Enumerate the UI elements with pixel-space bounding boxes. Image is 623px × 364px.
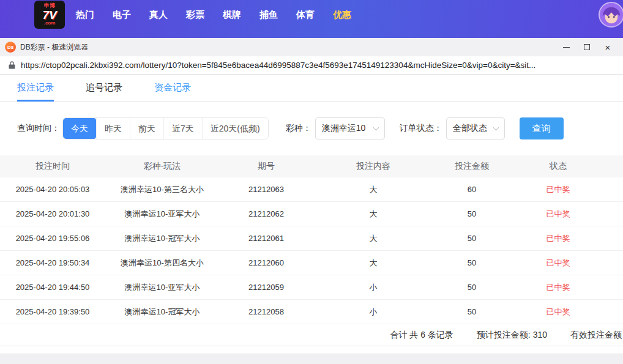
status-badge: 已中奖	[510, 226, 606, 250]
cell-bet-content: 小	[313, 275, 433, 299]
header-bet-amount: 投注金额	[433, 155, 510, 177]
header-lottery-play: 彩种-玩法	[105, 155, 219, 177]
cell-lottery-play: 澳洲幸运10-第三名大小	[105, 177, 219, 201]
nav-item-slots[interactable]: 电子	[113, 9, 131, 21]
time-option-yesterday[interactable]: 昨天	[96, 118, 130, 139]
time-option-today[interactable]: 今天	[63, 118, 96, 139]
address-bar[interactable]: https://ctop02pcali.2kbxi392.com/lottery…	[0, 56, 623, 75]
status-badge: 已中奖	[510, 275, 606, 299]
time-filter-group: 今天 昨天 前天 近7天 近20天(低频)	[62, 117, 269, 139]
header-bet-time: 投注时间	[0, 155, 105, 177]
chevron-down-icon	[493, 124, 499, 130]
nav-item-sports[interactable]: 体育	[296, 9, 315, 21]
promo-topbar: 申博 7V .com 热门 电子 真人 彩票 棋牌 捕鱼 体育 优惠	[0, 0, 623, 38]
table-row: 2025-04-20 19:55:06 澳洲幸运10-冠军大小 21212061…	[0, 226, 623, 251]
chevron-down-icon	[373, 124, 379, 130]
cell-issue: 21212061	[219, 226, 313, 250]
cell-lottery-play: 澳洲幸运10-亚军大小	[105, 202, 219, 226]
tab-bet-records[interactable]: 投注记录	[17, 75, 54, 102]
table-header-row: 投注时间 彩种-玩法 期号 投注内容 投注金额 状态	[0, 155, 623, 177]
table-row: 2025-04-20 19:50:34 澳洲幸运10-第四名大小 2121206…	[0, 251, 623, 275]
header-status: 状态	[510, 155, 606, 177]
nav-item-promo[interactable]: 优惠	[333, 9, 351, 21]
browser-window-title: DB彩票 - 极速浏览器	[20, 42, 556, 53]
time-option-7days[interactable]: 近7天	[163, 118, 202, 139]
nav-item-cards[interactable]: 棋牌	[223, 9, 241, 21]
close-icon: ×	[605, 43, 611, 52]
nav-item-fishing[interactable]: 捕鱼	[259, 9, 278, 21]
cell-bet-content: 大	[313, 177, 433, 201]
lock-icon	[9, 61, 15, 69]
table-row: 2025-04-20 19:44:50 澳洲幸运10-亚军大小 21212059…	[0, 275, 623, 300]
cell-lottery-play: 澳洲幸运10-冠军大小	[105, 226, 219, 250]
site-logo[interactable]: 申博 7V .com	[34, 1, 65, 29]
close-button[interactable]: ×	[597, 39, 618, 55]
tab-funds-records[interactable]: 资金记录	[154, 75, 191, 102]
minimize-button[interactable]	[556, 39, 576, 55]
records-table: 投注时间 彩种-玩法 期号 投注内容 投注金额 状态 2025-04-20 20…	[0, 155, 623, 324]
cell-bet-amount: 50	[433, 202, 510, 226]
summary-bar: 合计 共 6 条记录 预计投注金额: 310 有效投注金额	[0, 324, 623, 346]
cell-lottery-play: 澳洲幸运10-第四名大小	[105, 251, 219, 275]
summary-valid-amount: 有效投注金额	[570, 330, 622, 341]
cell-bet-content: 大	[313, 226, 433, 250]
cell-bet-amount: 50	[433, 275, 510, 299]
status-filter-label: 订单状态：	[400, 123, 442, 134]
status-badge: 已中奖	[510, 177, 606, 201]
cell-bet-time: 2025-04-20 19:39:50	[0, 300, 105, 324]
tab-chase-records[interactable]: 追号记录	[86, 75, 122, 102]
table-row: 2025-04-20 20:05:03 澳洲幸运10-第三名大小 2121206…	[0, 177, 623, 202]
cell-bet-content: 小	[313, 300, 433, 324]
cell-bet-content: 大	[313, 202, 433, 226]
time-option-20days[interactable]: 近20天(低频)	[202, 118, 268, 139]
table-row: 2025-04-20 19:39:50 澳洲幸运10-冠军大小 21212058…	[0, 300, 623, 324]
window-controls: ×	[556, 39, 618, 55]
cell-issue: 21212063	[219, 177, 313, 201]
cell-bet-time: 2025-04-20 20:01:30	[0, 202, 105, 226]
status-badge: 已中奖	[510, 300, 606, 324]
main-nav: 热门 电子 真人 彩票 棋牌 捕鱼 体育 优惠	[76, 9, 351, 21]
cell-bet-time: 2025-04-20 20:05:03	[0, 177, 105, 201]
header-bet-content: 投注内容	[313, 155, 433, 177]
order-status-value: 全部状态	[453, 123, 487, 134]
cell-bet-content: 大	[313, 251, 433, 275]
cell-issue: 21212059	[219, 275, 313, 299]
lottery-records-page: 投注记录 追号记录 资金记录 查询时间： 今天 昨天 前天 近7天 近20天(低…	[0, 75, 623, 364]
cell-lottery-play: 澳洲幸运10-亚军大小	[105, 275, 219, 299]
time-filter-label: 查询时间：	[17, 123, 60, 134]
bottom-strip	[0, 354, 623, 364]
lottery-select-value: 澳洲幸运10	[322, 123, 366, 134]
cell-issue: 21212058	[219, 300, 313, 324]
nav-item-hot[interactable]: 热门	[76, 9, 94, 21]
maximize-button[interactable]	[576, 39, 597, 55]
nav-item-lottery[interactable]: 彩票	[186, 9, 204, 21]
record-tabs: 投注记录 追号记录 资金记录	[0, 75, 623, 102]
cell-bet-time: 2025-04-20 19:55:06	[0, 226, 105, 250]
browser-tab-icon: D8	[5, 42, 16, 53]
browser-window: D8 DB彩票 - 极速浏览器 × https://ctop02pcali.2k…	[0, 38, 623, 364]
maximize-icon	[584, 44, 590, 50]
cell-bet-amount: 50	[433, 226, 510, 250]
search-button[interactable]: 查询	[520, 117, 564, 139]
avatar[interactable]	[599, 2, 623, 28]
lottery-select[interactable]: 澳洲幸运10	[315, 117, 385, 139]
lottery-filter-label: 彩种：	[286, 123, 312, 134]
status-badge: 已中奖	[510, 202, 606, 226]
time-option-day-before[interactable]: 前天	[130, 118, 163, 139]
cell-issue: 21212060	[219, 251, 313, 275]
minimize-icon	[563, 47, 570, 48]
filter-bar: 查询时间： 今天 昨天 前天 近7天 近20天(低频) 彩种： 澳洲幸运10 订…	[0, 117, 623, 139]
cell-lottery-play: 澳洲幸运10-冠军大小	[105, 300, 219, 324]
status-badge: 已中奖	[510, 251, 606, 275]
logo-main-text: 7V	[42, 9, 56, 21]
summary-total-records: 合计 共 6 条记录	[390, 330, 453, 341]
cell-bet-time: 2025-04-20 19:50:34	[0, 251, 105, 275]
table-row: 2025-04-20 20:01:30 澳洲幸运10-亚军大小 21212062…	[0, 202, 623, 226]
header-issue: 期号	[219, 155, 313, 177]
order-status-select[interactable]: 全部状态	[446, 117, 505, 139]
nav-item-live[interactable]: 真人	[149, 9, 168, 21]
url-text[interactable]: https://ctop02pcali.2kbxi392.com/lottery…	[21, 61, 614, 70]
cell-bet-amount: 50	[433, 251, 510, 275]
cell-bet-amount: 60	[433, 177, 510, 201]
cell-bet-time: 2025-04-20 19:44:50	[0, 275, 105, 299]
